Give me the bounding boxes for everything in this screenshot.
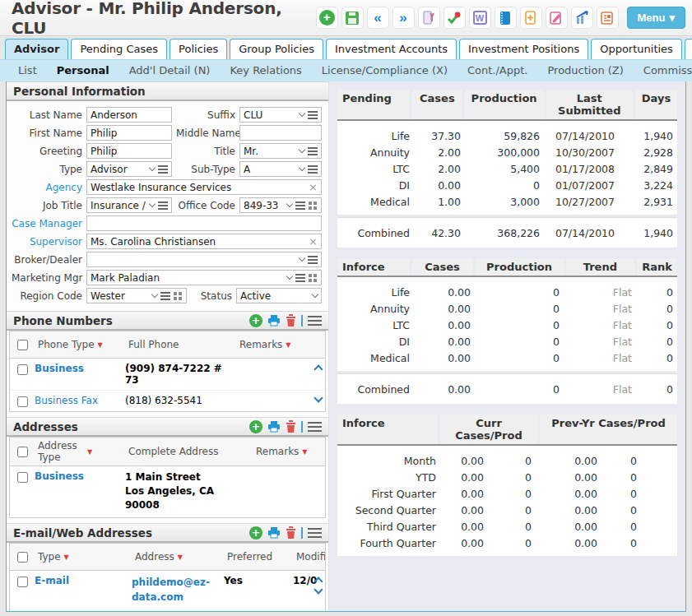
clear-icon[interactable]: × bbox=[309, 235, 318, 248]
list-lookup-icon[interactable] bbox=[160, 292, 170, 300]
filter-icon[interactable]: ▼ bbox=[302, 448, 307, 456]
subtab-personal[interactable]: Personal bbox=[57, 64, 109, 76]
notebook-button[interactable] bbox=[495, 7, 517, 29]
subtab-addl-detail[interactable]: Add'l Detail (N) bbox=[129, 64, 211, 76]
select-all-checkbox[interactable] bbox=[17, 447, 28, 457]
dropdown-caret-icon[interactable] bbox=[286, 201, 293, 207]
row-checkbox[interactable] bbox=[17, 577, 28, 587]
row-checkbox[interactable] bbox=[17, 472, 28, 483]
tab-advisor[interactable]: Advisor bbox=[5, 39, 68, 59]
horizontal-scrollbar[interactable] bbox=[10, 609, 325, 611]
edit-note-button[interactable] bbox=[546, 7, 568, 29]
region-code-select[interactable]: Wester bbox=[86, 288, 187, 303]
chevron-down-icon[interactable] bbox=[313, 393, 323, 402]
clear-icon[interactable]: × bbox=[309, 181, 318, 193]
row-checkbox[interactable] bbox=[17, 364, 28, 375]
chevron-up-icon[interactable] bbox=[313, 364, 323, 373]
subtab-cont-appt[interactable]: Cont./Appt. bbox=[467, 64, 528, 76]
tab-opportunities[interactable]: Opportunities bbox=[591, 39, 682, 59]
filter-icon[interactable]: ▼ bbox=[64, 553, 69, 561]
dropdown-caret-icon[interactable] bbox=[312, 291, 318, 298]
col-complete-address[interactable]: Complete Address bbox=[125, 443, 253, 460]
letter-button[interactable] bbox=[418, 7, 440, 29]
dropdown-caret-icon[interactable] bbox=[151, 291, 158, 298]
next-record-button[interactable]: » bbox=[392, 7, 415, 29]
phone-type-link[interactable]: Business bbox=[35, 363, 125, 374]
status-select[interactable]: Active bbox=[236, 288, 322, 303]
tab-policies[interactable]: Policies bbox=[170, 39, 227, 59]
col-modified[interactable]: Modified bbox=[293, 549, 325, 565]
office-code-select[interactable]: 849-33 bbox=[239, 197, 322, 213]
list-lookup-icon[interactable] bbox=[295, 201, 305, 210]
tab-investment-accounts[interactable]: Investment Accounts bbox=[326, 39, 457, 59]
greeting-input[interactable]: Philip bbox=[86, 143, 172, 159]
middle-name-input[interactable] bbox=[239, 125, 322, 141]
grid-lookup-icon[interactable] bbox=[309, 201, 312, 205]
phone-type-link[interactable]: Business Fax bbox=[35, 395, 125, 406]
previous-record-button[interactable]: « bbox=[367, 7, 389, 29]
subtab-license-compliance[interactable]: License/Compliance (X) bbox=[322, 64, 448, 76]
phone-row[interactable]: Business Fax (818) 632-5541 bbox=[10, 391, 325, 411]
delete-icon[interactable] bbox=[286, 314, 296, 327]
menu-button[interactable]: Menu ▾ bbox=[627, 7, 685, 29]
word-export-button[interactable]: W bbox=[469, 7, 491, 29]
col-type[interactable]: Type▼ bbox=[35, 549, 132, 565]
filter-icon[interactable]: ▼ bbox=[178, 553, 183, 561]
add-email-icon[interactable]: + bbox=[249, 526, 262, 540]
filter-icon[interactable]: ▼ bbox=[286, 341, 290, 349]
marketing-mgr-select[interactable]: Mark Paladian bbox=[86, 270, 322, 285]
dropdown-caret-icon[interactable] bbox=[299, 110, 305, 117]
list-lookup-icon[interactable] bbox=[308, 147, 318, 155]
save-button[interactable] bbox=[341, 7, 364, 29]
suffix-select[interactable]: CLU bbox=[239, 107, 322, 123]
title-select[interactable]: Mr. bbox=[239, 143, 322, 159]
filter-icon[interactable]: ▼ bbox=[87, 448, 92, 456]
email-address-link[interactable]: phildemo@ez-data.com bbox=[132, 575, 224, 604]
phone-row[interactable]: Business (909) 874-7222 # 73 bbox=[10, 359, 325, 391]
address-row[interactable]: Business 1 Main StreetLos Angeles, CA 90… bbox=[10, 466, 325, 517]
subtab-list[interactable]: List bbox=[18, 64, 37, 76]
email-row[interactable]: E-mail phildemo@ez-data.com Yes 12/0 bbox=[10, 571, 325, 609]
list-lookup-icon[interactable] bbox=[308, 256, 318, 264]
subtab-key-relations[interactable]: Key Relations bbox=[230, 64, 301, 76]
list-lookup-icon[interactable] bbox=[158, 165, 168, 174]
delete-icon[interactable] bbox=[286, 420, 296, 433]
add-record-button[interactable]: + bbox=[316, 7, 338, 29]
broker-dealer-select[interactable] bbox=[86, 252, 322, 267]
col-address-type[interactable]: Address Type▼ bbox=[35, 438, 125, 465]
print-icon[interactable] bbox=[267, 527, 281, 539]
col-remarks[interactable]: Remarks▼ bbox=[253, 443, 325, 460]
supervisor-link[interactable]: Supervisor bbox=[12, 236, 82, 248]
agency-input[interactable]: Westlake Insurance Services× bbox=[86, 179, 322, 195]
first-name-input[interactable]: Philip bbox=[86, 125, 172, 141]
add-address-icon[interactable]: + bbox=[249, 420, 262, 433]
contact-card-button[interactable] bbox=[597, 7, 619, 29]
row-checkbox[interactable] bbox=[17, 396, 28, 407]
add-document-button[interactable] bbox=[520, 7, 542, 29]
print-icon[interactable] bbox=[267, 315, 281, 327]
dropdown-caret-icon[interactable] bbox=[149, 201, 156, 207]
col-remarks[interactable]: Remarks▼ bbox=[236, 336, 325, 353]
chevron-down-icon[interactable] bbox=[313, 585, 323, 594]
list-lookup-icon[interactable] bbox=[295, 274, 305, 282]
col-preferred[interactable]: Preferred bbox=[224, 549, 293, 565]
email-type-link[interactable]: E-mail bbox=[35, 575, 132, 586]
last-name-input[interactable]: Anderson bbox=[86, 107, 172, 123]
subtab-commission[interactable]: Commission bbox=[643, 64, 692, 76]
sub-type-select[interactable]: A bbox=[239, 161, 322, 177]
list-lookup-icon[interactable] bbox=[308, 111, 318, 119]
print-icon[interactable] bbox=[267, 421, 281, 433]
dropdown-caret-icon[interactable] bbox=[299, 164, 305, 171]
filter-icon[interactable]: ▼ bbox=[98, 341, 103, 349]
tab-investment-positions[interactable]: Investment Positions bbox=[459, 39, 588, 59]
col-phone-type[interactable]: Phone Type▼ bbox=[35, 336, 125, 353]
section-menu-icon[interactable] bbox=[308, 316, 322, 326]
section-menu-icon[interactable] bbox=[308, 422, 322, 432]
job-title-select[interactable]: Insurance / bbox=[86, 197, 172, 213]
tab-pending-cases[interactable]: Pending Cases bbox=[71, 39, 167, 59]
select-all-checkbox[interactable] bbox=[17, 340, 28, 350]
agency-link[interactable]: Agency bbox=[12, 182, 82, 193]
dropdown-caret-icon[interactable] bbox=[286, 273, 293, 280]
dropdown-caret-icon[interactable] bbox=[299, 146, 305, 153]
supervisor-input[interactable]: Ms. Carolina Christiansen× bbox=[86, 234, 322, 249]
